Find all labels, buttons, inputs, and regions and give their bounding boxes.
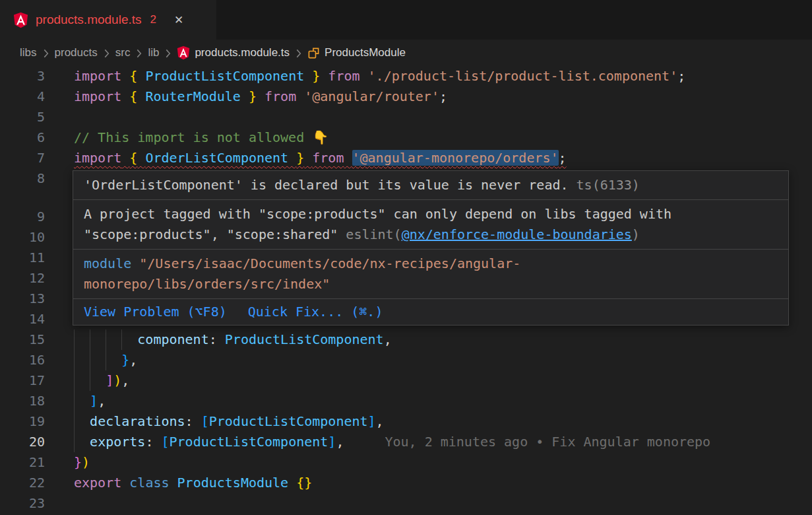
breadcrumb: libsproductssrclibproducts.module.tsProd… [0,40,812,66]
tab-products-module-ts[interactable]: products.module.ts 2 ✕ [0,0,216,40]
token [170,475,177,491]
token: } [296,150,304,166]
token: , [376,413,384,429]
view-problem-action[interactable]: View Problem (⌥F8) [84,302,227,322]
token [74,413,90,429]
line-number[interactable]: 11 [0,248,45,268]
breadcrumb-label: products [55,46,98,59]
line-number[interactable]: 10 [0,227,45,248]
line-number[interactable]: 17 [0,370,45,391]
token: from [312,150,344,166]
line-number[interactable]: 5 [0,107,45,127]
token: : [185,413,201,429]
line-number[interactable]: 14 [0,309,45,329]
line-number[interactable]: 9 [0,207,45,227]
code-line-content: exports: [ProductListComponent],You, 2 m… [74,432,812,452]
code-line-18[interactable]: 18 ], [0,391,812,411]
line-number[interactable]: 18 [0,391,45,411]
code-line-23[interactable]: 23 [0,493,812,514]
breadcrumb-item-products-module-ts[interactable]: products.module.ts [177,46,290,60]
code-line-7[interactable]: 7import { OrderListComponent } from '@an… [0,148,812,168]
breadcrumb-item-libs[interactable]: libs [20,46,37,59]
line-number[interactable]: 7 [0,148,45,168]
line-number[interactable]: 15 [0,329,45,350]
token: ProductListComponent [145,68,304,84]
code-line-22[interactable]: 22export class ProductsModule {} [0,473,812,493]
class-icon [307,47,320,59]
token [74,352,121,368]
indent-guide [74,329,75,350]
token: import [74,68,121,84]
breadcrumb-item-src[interactable]: src [115,46,131,59]
hover-row-1: 'OrderListComponent' is declared but its… [73,171,788,200]
code-line-content: import { ProductListComponent } from './… [74,66,812,86]
token: ] [90,393,98,409]
line-number[interactable]: 8 [0,168,45,189]
code-line-5[interactable]: 5 [0,107,812,127]
line-number[interactable]: 20 [0,432,45,452]
chevron-right-icon [136,49,142,58]
line-number[interactable]: 6 [0,127,45,148]
code-line-20[interactable]: 20 exports: [ProductListComponent],You, … [0,432,812,452]
line-number[interactable]: 19 [0,411,45,432]
code-line-content: export class ProductsModule {} [74,473,812,493]
line-number[interactable]: 21 [0,452,45,473]
token: , [384,331,392,347]
breadcrumb-label: libs [20,46,37,59]
code-line-19[interactable]: 19 declarations: [ProductListComponent], [0,411,812,432]
code-line-3[interactable]: 3import { ProductListComponent } from '.… [0,66,812,86]
token: import [74,150,121,166]
token [74,434,90,450]
token [360,68,368,84]
token [304,68,312,84]
token: ; [439,88,447,104]
token: ; [677,68,685,84]
tab-bar: products.module.ts 2 ✕ [0,0,812,40]
indent-guide [121,329,122,350]
token: ) [113,372,121,388]
indent-guide [106,350,106,370]
editor[interactable]: 'OrderListComponent' is declared but its… [0,66,812,515]
close-icon[interactable]: ✕ [174,13,183,27]
hover-message: A project tagged with "scope:products" c… [84,204,778,245]
line-number[interactable]: 4 [0,86,45,107]
token: ] [106,372,113,388]
code-line-6[interactable]: 6// This import is not allowed 👇 [0,127,812,148]
breadcrumb-item-products[interactable]: products [55,46,98,59]
code-line-content: ]), [74,370,812,391]
code-line-15[interactable]: 15 component: ProductListComponent, [0,329,812,350]
code-line-content: import { OrderListComponent } from '@ang… [74,148,812,168]
quick-fix-action[interactable]: Quick Fix... (⌘.) [248,302,383,322]
token: ) [82,454,90,470]
breadcrumb-label: products.module.ts [195,46,290,59]
line-number[interactable]: 22 [0,473,45,493]
git-blame-annotation: You, 2 minutes ago • Fix Angular monorep… [344,434,710,450]
hover-rule-link[interactable]: @nx/enforce-module-boundaries [402,226,632,242]
code-line-21[interactable]: 21}) [0,452,812,473]
token: } [304,475,312,491]
line-number[interactable]: 16 [0,350,45,370]
token: './product-list/product-list.component' [368,68,678,84]
token [257,88,265,104]
breadcrumb-label: ProductsModule [325,46,406,59]
token [296,88,304,104]
line-number[interactable]: 12 [0,268,45,289]
line-number[interactable]: 13 [0,289,45,309]
hover-text-segment: 'OrderListComponent' is declared but its… [84,177,569,193]
code-line-4[interactable]: 4import { RouterModule } from '@angular/… [0,86,812,107]
line-number[interactable]: 23 [0,493,45,514]
token: } [74,454,82,470]
token: { [129,150,137,166]
token [137,88,145,104]
breadcrumb-item-lib[interactable]: lib [148,46,159,59]
token: ProductListComponent [170,434,328,450]
code-line-17[interactable]: 17 ]), [0,370,812,391]
hover-actions: View Problem (⌥F8)Quick Fix... (⌘.) [73,299,788,325]
indent-guide [74,370,75,391]
line-number[interactable]: 3 [0,66,45,86]
token: export [74,475,121,491]
indent-guide [90,350,90,370]
breadcrumb-item-productsmodule[interactable]: ProductsModule [307,46,406,59]
hover-popup: 'OrderListComponent' is declared but its… [73,170,789,326]
code-line-16[interactable]: 16 }, [0,350,812,370]
